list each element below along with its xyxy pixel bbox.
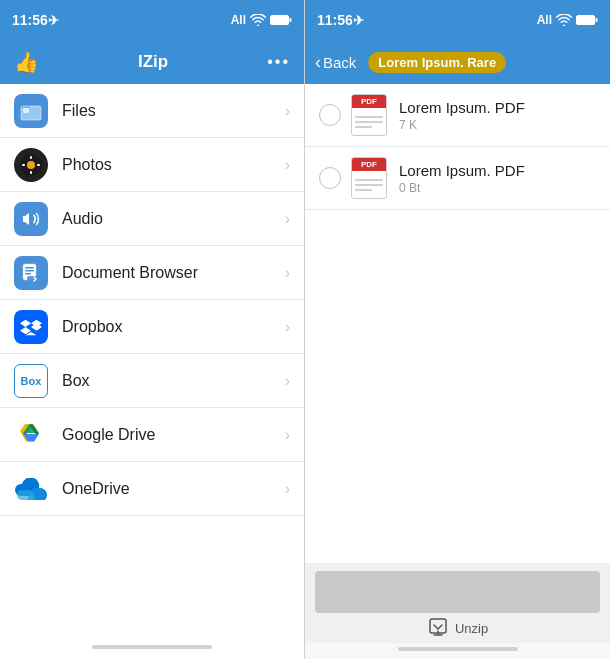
left-signal-label: All: [231, 13, 246, 27]
right-time: 11:56: [317, 12, 353, 28]
file-info-1: Lorem Ipsum. PDF 0 Bt: [399, 162, 596, 195]
audio-chevron: ›: [285, 210, 290, 228]
right-signal-label: All: [537, 13, 552, 27]
menu-item-onedrive[interactable]: OneDrive ›: [0, 462, 304, 516]
onedrive-label: OneDrive: [62, 480, 285, 498]
left-status-icons: All: [231, 13, 292, 27]
document-browser-label: Document Browser: [62, 264, 285, 282]
file-item-1[interactable]: PDF Lorem Ipsum. PDF 0 Bt: [305, 147, 610, 210]
audio-icon: [14, 202, 48, 236]
right-wifi-icon: [556, 14, 572, 26]
google-drive-icon: [14, 418, 48, 452]
app-title: IZip: [138, 52, 168, 72]
right-location-icon: ✈: [353, 13, 364, 28]
svg-rect-14: [25, 267, 34, 269]
svg-rect-4: [23, 108, 29, 113]
svg-rect-19: [596, 18, 598, 22]
file-list: PDF Lorem Ipsum. PDF 7 K PDF: [305, 84, 610, 563]
file-size-0: 7 K: [399, 118, 596, 132]
unzip-toolbar[interactable]: Unzip: [305, 617, 610, 643]
menu-item-dropbox[interactable]: Dropbox ›: [0, 300, 304, 354]
svg-rect-8: [30, 156, 32, 159]
photos-label: Photos: [62, 156, 285, 174]
unzip-icon: [427, 617, 449, 639]
back-button[interactable]: ‹ Back: [315, 52, 356, 73]
dropbox-label: Dropbox: [62, 318, 285, 336]
left-location-icon: ✈: [48, 13, 59, 28]
right-status-icons: All: [537, 13, 598, 27]
svg-rect-9: [30, 171, 32, 174]
svg-rect-15: [25, 270, 34, 272]
dropbox-icon: [14, 310, 48, 344]
left-battery-icon: [270, 14, 292, 26]
left-app-header: 👍 IZip •••: [0, 40, 304, 84]
menu-item-files[interactable]: Files ›: [0, 84, 304, 138]
right-panel: 11:56 ✈ All ‹ Back Lorem Ipsum. Rare: [305, 0, 610, 659]
right-battery-icon: [576, 14, 598, 26]
menu-item-google-drive[interactable]: Google Drive ›: [0, 408, 304, 462]
unzip-label: Unzip: [455, 621, 488, 636]
files-label: Files: [62, 102, 285, 120]
google-drive-chevron: ›: [285, 426, 290, 444]
box-label: Box: [62, 372, 285, 390]
svg-point-7: [29, 163, 33, 167]
audio-label: Audio: [62, 210, 285, 228]
menu-item-document-browser[interactable]: Document Browser ›: [0, 246, 304, 300]
folder-badge: Lorem Ipsum. Rare: [368, 52, 506, 73]
photos-icon: [14, 148, 48, 182]
box-icon: Box: [14, 364, 48, 398]
file-radio-1[interactable]: [319, 167, 341, 189]
document-browser-icon: [14, 256, 48, 290]
left-status-bar: 11:56 ✈ All: [0, 0, 304, 40]
files-icon: [14, 94, 48, 128]
photos-chevron: ›: [285, 156, 290, 174]
gray-bar: [315, 571, 600, 613]
svg-rect-10: [22, 164, 25, 166]
file-name-1: Lorem Ipsum. PDF: [399, 162, 596, 179]
left-home-indicator: [92, 645, 212, 649]
menu-item-box[interactable]: Box Box ›: [0, 354, 304, 408]
pdf-icon-1: PDF: [351, 157, 387, 199]
left-wifi-icon: [250, 14, 266, 26]
thumb-icon[interactable]: 👍: [14, 50, 39, 74]
svg-rect-16: [25, 273, 31, 275]
google-drive-label: Google Drive: [62, 426, 285, 444]
document-browser-chevron: ›: [285, 264, 290, 282]
back-label: Back: [323, 54, 356, 71]
file-size-1: 0 Bt: [399, 181, 596, 195]
file-name-0: Lorem Ipsum. PDF: [399, 99, 596, 116]
box-chevron: ›: [285, 372, 290, 390]
svg-rect-1: [290, 18, 292, 22]
dropbox-chevron: ›: [285, 318, 290, 336]
svg-rect-0: [271, 16, 289, 25]
svg-rect-11: [37, 164, 40, 166]
pdf-icon-0: PDF: [351, 94, 387, 136]
right-bottom-area: Unzip: [305, 563, 610, 643]
menu-list: Files › Photos ›: [0, 84, 304, 637]
right-status-bar: 11:56 ✈ All: [305, 0, 610, 40]
back-chevron-icon: ‹: [315, 52, 321, 73]
onedrive-chevron: ›: [285, 480, 290, 498]
right-home-indicator: [398, 647, 518, 651]
left-time: 11:56: [12, 12, 48, 28]
menu-item-audio[interactable]: Audio ›: [0, 192, 304, 246]
left-panel: 11:56 ✈ All 👍 IZip •••: [0, 0, 305, 659]
right-app-header: ‹ Back Lorem Ipsum. Rare: [305, 40, 610, 84]
svg-rect-18: [577, 16, 595, 25]
more-button[interactable]: •••: [267, 53, 290, 71]
onedrive-icon: [14, 472, 48, 506]
files-chevron: ›: [285, 102, 290, 120]
file-info-0: Lorem Ipsum. PDF 7 K: [399, 99, 596, 132]
menu-item-photos[interactable]: Photos ›: [0, 138, 304, 192]
file-radio-0[interactable]: [319, 104, 341, 126]
file-item-0[interactable]: PDF Lorem Ipsum. PDF 7 K: [305, 84, 610, 147]
